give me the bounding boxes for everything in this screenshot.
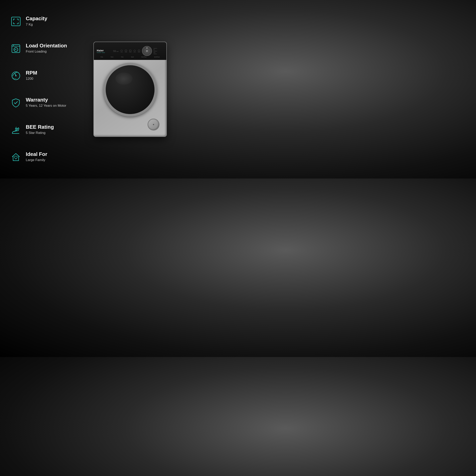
- load-orientation-value: Front Loading: [26, 49, 67, 54]
- warranty-value: 5 Years, 12 Years on Motor: [26, 103, 66, 108]
- rpm-icon: [10, 70, 22, 82]
- capacity-value: 7 Kg: [26, 22, 47, 27]
- spec-item-bee-rating: BEE Rating 5 Star Rating: [10, 124, 80, 136]
- capacity-text: Capacity 7 Kg: [26, 16, 47, 27]
- ideal-for-value: Large Family: [26, 158, 47, 162]
- brand-name: Haier: [97, 49, 111, 52]
- washing-machine: Haier Inverter motor: [93, 42, 167, 137]
- main-container: Capacity 7 Kg Load Orientation Front Loa…: [0, 0, 178, 178]
- svg-point-4: [13, 45, 14, 46]
- specs-panel: Capacity 7 Kg Load Orientation Front Loa…: [0, 0, 86, 178]
- warranty-icon: [10, 97, 22, 109]
- rpm-text: RPM 1200: [26, 70, 37, 81]
- program-labels-bar: Delay Steam Temp Speed Extra Rinse Quick…: [97, 56, 163, 57]
- load-orientation-icon: [10, 43, 22, 54]
- brand-area: Haier Inverter motor: [97, 49, 111, 53]
- machine-panel: Haier Inverter motor: [86, 0, 178, 178]
- load-orientation-title: Load Orientation: [26, 43, 67, 49]
- ideal-for-icon: [10, 151, 22, 163]
- bee-rating-icon: [10, 124, 22, 136]
- warranty-text: Warranty 5 Years, 12 Years on Motor: [26, 97, 66, 108]
- drum-shine: [116, 73, 133, 85]
- spec-item-warranty: Warranty 5 Years, 12 Years on Motor: [10, 97, 80, 109]
- control-dial[interactable]: [142, 46, 152, 56]
- drum-door: [103, 63, 157, 117]
- bee-rating-text: BEE Rating 5 Star Rating: [26, 124, 54, 135]
- mode-labels: Synthetics Mix Bulkiitems Daily Delicate…: [153, 48, 163, 54]
- load-orientation-text: Load Orientation Front Loading: [26, 43, 67, 54]
- spec-item-ideal-for: Ideal For Large Family: [10, 151, 80, 163]
- spec-item-load-orientation: Load Orientation Front Loading: [10, 43, 80, 54]
- ideal-for-title: Ideal For: [26, 151, 47, 157]
- warranty-title: Warranty: [26, 97, 66, 103]
- drum-inner: [106, 65, 154, 114]
- drain-cap: [148, 119, 159, 131]
- spec-item-capacity: Capacity 7 Kg: [10, 16, 80, 27]
- spec-item-rpm: RPM 1200: [10, 70, 80, 82]
- ideal-for-text: Ideal For Large Family: [26, 151, 47, 162]
- svg-point-10: [16, 78, 16, 79]
- svg-point-9: [15, 78, 15, 79]
- brand-sub: Inverter motor: [97, 52, 111, 53]
- bee-rating-value: 5 Star Rating: [26, 131, 54, 135]
- svg-line-7: [15, 73, 16, 75]
- svg-point-8: [13, 78, 14, 78]
- rpm-title: RPM: [26, 70, 37, 76]
- svg-rect-0: [12, 17, 20, 26]
- bee-rating-title: BEE Rating: [26, 124, 54, 130]
- capacity-icon: [10, 16, 22, 27]
- rpm-value: 1200: [26, 77, 37, 81]
- capacity-title: Capacity: [26, 16, 47, 22]
